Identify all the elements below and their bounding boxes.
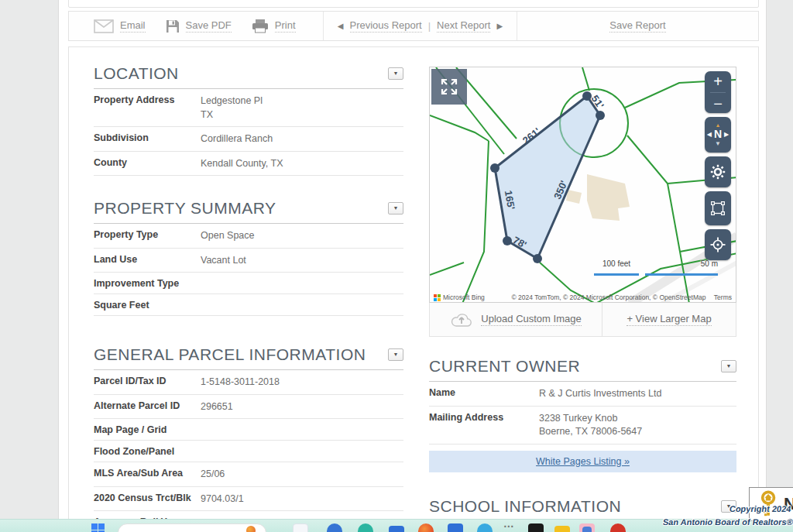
map-fullscreen-button[interactable] (431, 69, 467, 105)
row-value: 1-5148-3011-2018 (201, 376, 280, 390)
county-row: County Kendall County, TX (94, 152, 403, 177)
general-parcel-title: GENERAL PARCEL INFORMATION (94, 345, 366, 363)
mailing-address-row: Mailing Address 3238 Turkey Knob Boerne,… (429, 407, 736, 444)
taskbar-app-icon[interactable] (418, 523, 434, 532)
scale-meters-label: 50 m (688, 259, 718, 268)
map-locate-button[interactable] (705, 229, 731, 260)
flood-zone-row: Flood Zone/Panel (94, 441, 403, 462)
taskbar-app-icon[interactable] (358, 523, 373, 532)
taskbar-app-icon[interactable] (448, 523, 463, 532)
view-larger-map-label: + View Larger Map (627, 313, 711, 326)
map-select-area-button[interactable] (705, 191, 731, 225)
general-parcel-collapse-button[interactable]: ▼ (388, 348, 403, 361)
report-body: LOCATION ▼ Property Address Ledgestone P… (68, 46, 759, 532)
property-address-row: Property Address Ledgestone Pl TX (94, 89, 403, 127)
taskbar-app-icon[interactable] (610, 523, 626, 532)
row-label: Alternate Parcel ID (94, 400, 201, 414)
subdivision-row: Subdivision Cordillera Ranch (94, 127, 403, 152)
property-type-row: Property Type Open Space (94, 224, 403, 249)
row-label: Square Feet (94, 300, 201, 311)
windows-start-icon[interactable] (91, 523, 105, 532)
taskbar-app-icon[interactable] (528, 523, 544, 532)
row-label: 2020 Census Trct/Blk (94, 493, 201, 506)
general-parcel-section: GENERAL PARCEL INFORMATION ▼ Parcel ID/T… (94, 345, 403, 532)
weather-icon[interactable] (246, 526, 256, 532)
taskbar-app-icon[interactable] (582, 527, 592, 532)
parcel-id-row: Parcel ID/Tax ID 1-5148-3011-2018 (94, 370, 403, 395)
map-attribution: Microsoft Bing © 2024 TomTom, © 2024 Mic… (430, 293, 736, 301)
expand-icon (440, 77, 458, 96)
map-zoom-control[interactable]: + − (705, 71, 731, 113)
white-pages-link[interactable]: White Pages Listing » (536, 456, 630, 467)
taskbar-app-icon[interactable] (477, 523, 493, 532)
right-column: 261' 51' 350' 165' 78' + (429, 67, 736, 532)
row-value: Ledgestone Pl TX (201, 94, 263, 122)
row-value: Cordillera Ranch (201, 132, 273, 146)
row-value: R & J Curtis Investments Ltd (539, 387, 661, 401)
microsoft-logo-icon (434, 294, 441, 301)
white-pages-bar: White Pages Listing » (429, 451, 736, 472)
row-value: Kendall County, TX (201, 157, 283, 171)
row-value: 3238 Turkey Knob Boerne, TX 78006-5647 (539, 412, 642, 439)
taskbar-search-input[interactable] (118, 523, 266, 532)
property-summary-title: PROPERTY SUMMARY (94, 199, 276, 217)
square-feet-row: Square Feet (94, 294, 403, 316)
owner-name-row: Name R & J Curtis Investments Ltd (429, 382, 736, 407)
save-pdf-button[interactable]: Save PDF (166, 19, 232, 33)
census-tract-row: 2020 Census Trct/Blk 9704.03/1 (94, 487, 403, 512)
attribution-text-block: © 2024 TomTom, © 2024 Microsoft Corporat… (511, 293, 732, 301)
zoom-out-icon[interactable]: − (713, 96, 723, 112)
email-button[interactable]: Email (94, 19, 146, 33)
taskbar-folder-icon[interactable] (554, 526, 570, 532)
left-column: LOCATION ▼ Property Address Ledgestone P… (94, 64, 403, 532)
crosshair-icon (710, 237, 726, 252)
taskbar-app-icon[interactable] (327, 523, 342, 532)
save-report-button[interactable]: Save Report (609, 19, 665, 33)
email-icon (94, 19, 114, 33)
row-label: Name (429, 387, 539, 401)
property-summary-section: PROPERTY SUMMARY ▼ Property Type Open Sp… (94, 199, 403, 316)
location-section: LOCATION ▼ Property Address Ledgestone P… (94, 64, 403, 176)
row-value: 25/06 (201, 468, 225, 482)
upload-custom-image-button[interactable]: Upload Custom Image (430, 303, 602, 336)
previous-arrow-icon: ◀ (338, 22, 344, 30)
map-settings-button[interactable] (705, 156, 731, 187)
row-label: Subdivision (94, 132, 201, 146)
row-label: Land Use (94, 254, 201, 268)
upload-custom-image-label: Upload Custom Image (481, 313, 581, 326)
location-title: LOCATION (94, 64, 179, 82)
previous-report-link[interactable]: Previous Report (350, 19, 422, 33)
scale-feet-bar (594, 273, 639, 276)
location-collapse-button[interactable]: ▼ (388, 67, 403, 80)
taskbar-app-icon[interactable] (293, 523, 308, 532)
compass-right-icon: ▶ (724, 131, 729, 138)
zoom-in-icon[interactable]: + (713, 74, 723, 89)
compass-down-icon: ▼ (715, 140, 721, 147)
location-header: LOCATION ▼ (94, 64, 403, 89)
print-icon (252, 19, 269, 33)
taskbar-overflow-icon[interactable]: ⋯ (503, 520, 514, 532)
row-value: Open Space (201, 229, 255, 243)
parcel-map[interactable]: 261' 51' 350' 165' 78' + (429, 67, 736, 303)
row-label: MLS Area/Sub Area (94, 468, 201, 482)
mls-area-row: MLS Area/Sub Area 25/06 (94, 462, 403, 487)
general-parcel-header: GENERAL PARCEL INFORMATION ▼ (94, 345, 403, 370)
next-arrow-icon: ▶ (496, 22, 503, 30)
view-larger-map-button[interactable]: + View Larger Map (602, 303, 736, 336)
taskbar-app-icon[interactable] (389, 526, 404, 532)
alternate-parcel-id-row: Alternate Parcel ID 296651 (94, 395, 403, 420)
current-owner-collapse-button[interactable]: ▼ (721, 360, 736, 372)
save-pdf-icon (166, 19, 180, 33)
property-report-screen: Email Save PDF Print (0, 0, 793, 532)
property-summary-collapse-button[interactable]: ▼ (388, 202, 403, 215)
row-label: Map Page / Grid (94, 424, 201, 435)
terms-link[interactable]: Terms (714, 293, 732, 301)
email-label: Email (120, 19, 146, 33)
map-compass-control[interactable]: ▲ ◀ N ▶ ▼ (705, 117, 731, 153)
school-information-title: SCHOOL INFORMATION (429, 497, 621, 515)
gear-icon (710, 164, 726, 180)
copyright-watermark-line2: San Antonio Board of Realtors® (662, 517, 793, 527)
next-report-link[interactable]: Next Report (437, 19, 490, 33)
print-button[interactable]: Print (252, 19, 296, 33)
zoom-divider (710, 92, 726, 93)
